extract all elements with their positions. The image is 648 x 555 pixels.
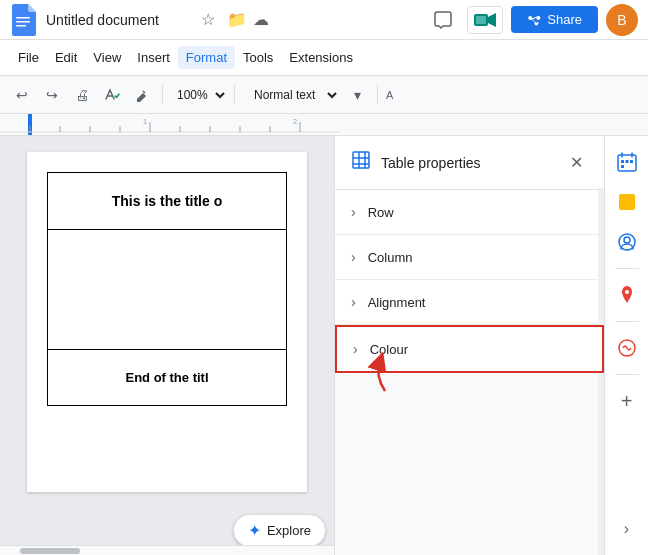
sidebar-separator-3: [615, 374, 639, 375]
menu-format[interactable]: Format: [178, 46, 235, 69]
share-label: Share: [547, 12, 582, 27]
explore-star-icon: ✦: [248, 521, 261, 540]
star-icon[interactable]: ☆: [201, 10, 221, 30]
document-area: This is the title o End of the titl ✦ Ex…: [0, 136, 334, 555]
svg-rect-2: [16, 25, 26, 27]
right-sidebar: + ›: [604, 136, 648, 555]
document-page: This is the title o End of the titl: [27, 152, 307, 492]
chevron-right-icon: ›: [351, 204, 356, 220]
explore-button[interactable]: ✦ Explore: [233, 514, 326, 547]
chevron-right-sidebar-icon: ›: [624, 520, 629, 538]
menu-extensions[interactable]: Extensions: [281, 46, 361, 69]
menu-view[interactable]: View: [85, 46, 129, 69]
menu-file[interactable]: File: [10, 46, 47, 69]
title-icons: ☆ 📁 ☁: [201, 10, 273, 30]
undo-button[interactable]: ↩: [8, 81, 36, 109]
chevron-right-icon: ›: [353, 341, 358, 357]
doc-end-cell: End of the titl: [47, 350, 287, 406]
cloud-icon[interactable]: ☁: [253, 10, 273, 30]
svg-rect-32: [619, 194, 635, 210]
menu-edit[interactable]: Edit: [47, 46, 85, 69]
table-properties-panel: Table properties ✕ › Row › Column › Alig…: [334, 136, 604, 555]
separator-1: [162, 85, 163, 105]
doc-title: Untitled document: [46, 12, 201, 28]
menu-tools[interactable]: Tools: [235, 46, 281, 69]
svg-text:1: 1: [143, 117, 148, 126]
sidebar-icon-tasks[interactable]: [609, 184, 645, 220]
svg-rect-1: [16, 21, 30, 23]
paintformat-button[interactable]: [128, 81, 156, 109]
sidebar-separator-2: [615, 321, 639, 322]
separator-3: [377, 85, 378, 105]
explore-label: Explore: [267, 523, 311, 538]
panel-alignment-label: Alignment: [368, 295, 426, 310]
sidebar-icon-other[interactable]: [609, 330, 645, 366]
svg-rect-0: [16, 17, 30, 19]
panel-item-alignment[interactable]: › Alignment: [335, 280, 604, 325]
toolbar: ↩ ↪ 🖨 100% Normal text ▾ A: [0, 76, 648, 114]
menu-bar: File Edit View Insert Format Tools Exten…: [0, 40, 648, 76]
sidebar-icon-calendar[interactable]: [609, 144, 645, 180]
svg-rect-28: [630, 160, 633, 163]
panel-close-button[interactable]: ✕: [564, 151, 588, 175]
svg-rect-29: [621, 165, 624, 168]
top-bar: Untitled document ☆ 📁 ☁ Share B: [0, 0, 648, 40]
sidebar-expand-icon[interactable]: ›: [609, 511, 645, 547]
panel-row-label: Row: [368, 205, 394, 220]
svg-rect-26: [621, 160, 624, 163]
menu-insert[interactable]: Insert: [129, 46, 178, 69]
panel-content: › Row › Column › Alignment › Colour: [335, 190, 604, 555]
doc-empty-cell: [47, 230, 287, 350]
folder-icon[interactable]: 📁: [227, 10, 247, 30]
separator-2: [234, 85, 235, 105]
sidebar-add-icon[interactable]: +: [609, 383, 645, 419]
meet-button[interactable]: [467, 6, 503, 34]
font-indicator: A: [384, 89, 395, 101]
panel-title: Table properties: [381, 155, 554, 171]
main-area: This is the title o End of the titl ✦ Ex…: [0, 136, 648, 555]
spellcheck-button[interactable]: [98, 81, 126, 109]
ruler: 1 2: [0, 114, 648, 136]
svg-marker-4: [488, 13, 496, 27]
top-right-controls: Share B: [427, 4, 638, 36]
avatar[interactable]: B: [606, 4, 638, 36]
doc-icon: [10, 4, 38, 36]
sidebar-separator-1: [615, 268, 639, 269]
sidebar-icon-maps[interactable]: [609, 277, 645, 313]
svg-text:2: 2: [293, 117, 298, 126]
svg-rect-27: [625, 160, 628, 163]
share-button[interactable]: Share: [511, 6, 598, 33]
svg-point-35: [625, 290, 629, 294]
panel-item-row[interactable]: › Row: [335, 190, 604, 235]
chevron-right-icon: ›: [351, 249, 356, 265]
panel-header: Table properties ✕: [335, 136, 604, 190]
sidebar-icon-contacts[interactable]: [609, 224, 645, 260]
redo-button[interactable]: ↪: [38, 81, 66, 109]
comment-icon[interactable]: [427, 4, 459, 36]
svg-rect-19: [353, 152, 369, 168]
panel-column-label: Column: [368, 250, 413, 265]
svg-rect-5: [476, 16, 486, 24]
chevron-right-icon: ›: [351, 294, 356, 310]
zoom-select[interactable]: 100%: [169, 85, 228, 105]
panel-item-colour[interactable]: › Colour: [335, 325, 604, 373]
svg-point-34: [624, 237, 630, 243]
plus-icon: +: [621, 390, 633, 413]
h-scrollbar-thumb[interactable]: [20, 548, 80, 554]
close-icon: ✕: [570, 153, 583, 172]
style-select[interactable]: Normal text: [241, 84, 341, 106]
print-button[interactable]: 🖨: [68, 81, 96, 109]
panel-colour-label: Colour: [370, 342, 408, 357]
panel-item-column[interactable]: › Column: [335, 235, 604, 280]
h-scrollbar-track[interactable]: [0, 545, 334, 555]
style-dropdown-btn[interactable]: ▾: [343, 81, 371, 109]
doc-title-cell: This is the title o: [47, 172, 287, 230]
table-grid-icon: [351, 150, 371, 175]
